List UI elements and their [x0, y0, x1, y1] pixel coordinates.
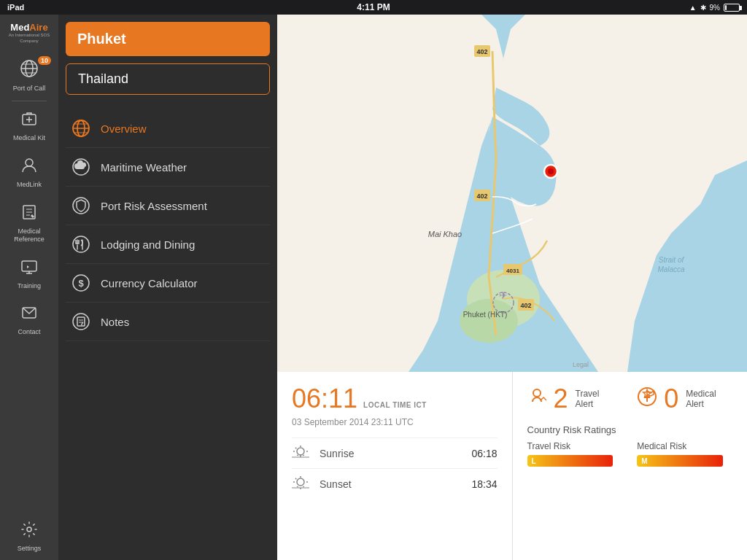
travel-risk-label: Travel Risk: [527, 441, 623, 451]
sidebar-item-medical-reference[interactable]: Medical Reference: [0, 196, 58, 251]
sidebar-item-medlink[interactable]: MedLink: [0, 149, 58, 196]
logo-sub: An International SOS Company: [4, 33, 55, 44]
sidebar-item-settings[interactable]: Settings: [0, 513, 58, 560]
svg-line-74: [297, 486, 298, 487]
svg-line-75: [303, 486, 304, 487]
svg-text:402: 402: [520, 302, 531, 309]
logo-text: MedAire: [4, 22, 55, 33]
main-content: 402 402 4031 402 Mai Khao ✈ Phuket (HKT): [277, 15, 747, 560]
svg-text:4031: 4031: [506, 268, 519, 274]
sidebar-item-medical-kit[interactable]: Medical Kit: [0, 103, 58, 149]
menu-item-maritime-weather[interactable]: Maritime Weather: [66, 148, 270, 187]
country-button[interactable]: Thailand: [66, 63, 270, 95]
shield-icon: [70, 195, 92, 217]
utc-date: 03 September 2014 23:11 UTC: [292, 417, 498, 427]
menu-items: Overview Maritime Weather Port Risk Asse…: [58, 109, 277, 341]
travel-risk-col: Travel Risk L: [527, 441, 623, 467]
svg-point-40: [460, 299, 518, 343]
svg-point-76: [533, 389, 541, 397]
maritime-weather-label: Maritime Weather: [101, 161, 187, 174]
menu-item-port-risk[interactable]: Port Risk Assessment: [66, 187, 270, 225]
overview-label: Overview: [101, 122, 147, 135]
menu-item-currency[interactable]: $ Currency Calculator: [66, 264, 270, 303]
sunset-label: Sunset: [320, 478, 464, 490]
medical-kit-icon: [20, 110, 38, 132]
svg-point-17: [27, 527, 31, 532]
risk-title: Country Risk Ratings: [527, 424, 733, 435]
sidebar-item-training[interactable]: Training: [0, 251, 58, 298]
medical-risk-level: M: [637, 457, 651, 465]
menu-panel: Phuket Thailand Overview: [58, 15, 277, 560]
svg-text:402: 402: [476, 48, 487, 55]
svg-text:Malacca: Malacca: [657, 265, 685, 273]
travel-alert-count: 2: [554, 384, 568, 414]
port-badge: 10: [38, 56, 51, 65]
sunrise-icon: [292, 444, 312, 462]
currency-label: Currency Calculator: [101, 277, 198, 289]
risk-row: Travel Risk L Medical Risk M: [527, 441, 733, 467]
svg-point-58: [297, 448, 304, 455]
sidebar-item-kit-label: Medical Kit: [13, 134, 45, 142]
medical-alert-icon: [638, 387, 657, 411]
sidebar-item-port-label: Port of Call: [13, 85, 46, 93]
sunrise-row: Sunrise 06:18: [292, 438, 498, 468]
travel-alert-label: Travel Alert: [576, 389, 616, 409]
settings-icon: [20, 521, 38, 542]
logo: MedAire An International SOS Company: [4, 22, 55, 44]
country-name: Thailand: [78, 71, 258, 87]
medical-alert-count: 0: [664, 384, 678, 414]
sunset-icon: [292, 475, 312, 493]
port-name: Phuket: [77, 31, 258, 47]
sidebar-item-ref-label: Medical Reference: [4, 228, 55, 244]
sidebar-item-contact[interactable]: Contact: [0, 297, 58, 343]
svg-point-31: [73, 314, 89, 330]
overview-icon: [70, 117, 92, 139]
notes-label: Notes: [101, 316, 129, 328]
medical-reference-icon: [20, 203, 38, 225]
svg-line-65: [297, 455, 298, 456]
sunset-row: Sunset 18:34: [292, 468, 498, 499]
medical-alert-item: 0 Medical Alert: [638, 384, 732, 414]
divider1: [12, 101, 47, 101]
svg-point-67: [297, 478, 304, 486]
travel-risk-bar: L: [527, 455, 623, 467]
medical-risk-bar: M: [637, 455, 732, 467]
location-icon: ▲: [689, 4, 697, 12]
menu-item-notes[interactable]: Notes: [66, 303, 270, 341]
port-button[interactable]: Phuket: [66, 22, 270, 56]
time-display: 4:11 PM: [357, 2, 390, 12]
menu-item-overview[interactable]: Overview: [66, 109, 270, 148]
device-label: iPad: [7, 3, 24, 12]
svg-text:Strait of: Strait of: [659, 256, 685, 264]
training-icon: [20, 258, 38, 280]
time-zone-label: LOCAL TIME ICT: [363, 401, 427, 409]
sidebar-item-port-of-call[interactable]: 10 Port of Call: [0, 52, 58, 100]
travel-alert-item: 2 Travel Alert: [527, 384, 616, 414]
utensils-icon: [70, 233, 92, 255]
battery-icon: [724, 4, 740, 12]
medical-alert-label: Medical Alert: [686, 389, 732, 409]
sunrise-label: Sunrise: [320, 448, 464, 459]
sidebar: MedAire An International SOS Company 10 …: [0, 15, 58, 560]
local-time: 06:11: [292, 384, 357, 414]
sunset-time: 18:34: [471, 478, 497, 490]
travel-risk-level: L: [527, 457, 541, 465]
sidebar-item-medlink-label: MedLink: [17, 181, 42, 189]
bluetooth-icon: ✱: [700, 4, 706, 12]
notes-icon: [70, 311, 92, 332]
local-time-display: 06:11 LOCAL TIME ICT: [292, 384, 498, 414]
alerts-row: 2 Travel Alert: [527, 384, 733, 414]
menu-item-lodging[interactable]: Lodging and Dining: [66, 225, 270, 264]
risk-section: Country Risk Ratings Travel Risk L Medic…: [527, 424, 733, 467]
svg-line-66: [303, 455, 304, 456]
time-panel: 06:11 LOCAL TIME ICT 03 September 2014 2…: [277, 372, 513, 560]
svg-text:Phuket (HKT): Phuket (HKT): [463, 311, 508, 319]
lodging-label: Lodging and Dining: [101, 238, 195, 251]
cloud-icon: [70, 156, 92, 178]
svg-text:$: $: [78, 278, 84, 289]
status-right: ▲ ✱ 9%: [689, 4, 740, 12]
svg-text:Legal: Legal: [573, 361, 589, 368]
port-risk-label: Port Risk Assessment: [101, 200, 207, 212]
svg-text:✈: ✈: [499, 289, 508, 301]
alerts-panel: 2 Travel Alert: [513, 372, 748, 560]
